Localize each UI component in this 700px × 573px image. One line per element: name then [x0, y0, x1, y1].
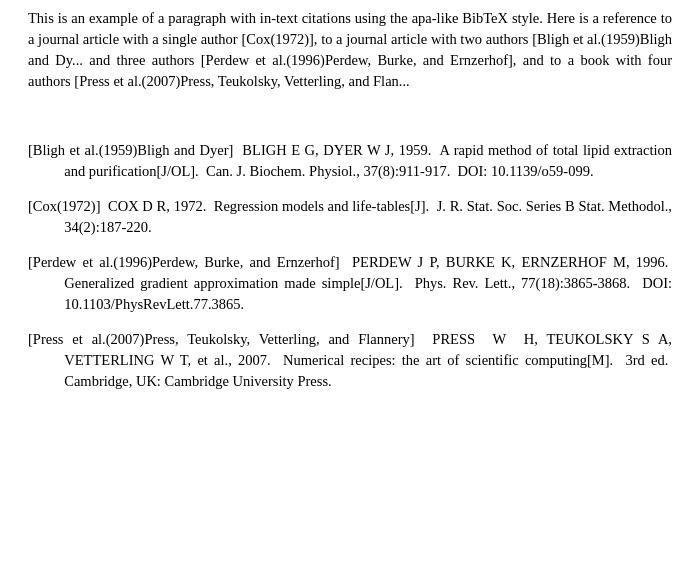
intro-text: This is an example of a paragraph with i… [28, 10, 672, 89]
reference-text: [Press et al.(2007)Press, Teukolsky, Vet… [28, 329, 672, 392]
reference-text: [Perdew et al.(1996)Perdew, Burke, and E… [28, 252, 672, 315]
reference-item: [Perdew et al.(1996)Perdew, Burke, and E… [28, 252, 672, 315]
reference-text: [Bligh et al.(1959)Bligh and Dyer] BLIGH… [28, 140, 672, 182]
reference-item: [Cox(1972)] COX D R, 1972. Regression mo… [28, 196, 672, 238]
reference-item: [Press et al.(2007)Press, Teukolsky, Vet… [28, 329, 672, 392]
intro-paragraph: This is an example of a paragraph with i… [28, 8, 672, 92]
reference-item: [Bligh et al.(1959)Bligh and Dyer] BLIGH… [28, 140, 672, 182]
page-container: This is an example of a paragraph with i… [0, 0, 700, 573]
references-section: [Bligh et al.(1959)Bligh and Dyer] BLIGH… [28, 140, 672, 392]
reference-text: [Cox(1972)] COX D R, 1972. Regression mo… [28, 196, 672, 238]
